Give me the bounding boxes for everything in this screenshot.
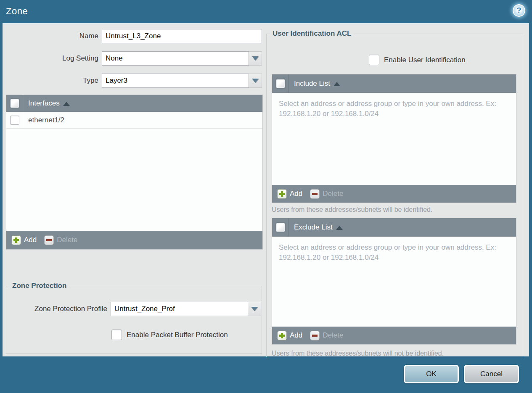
enable-user-identification-checkbox[interactable] [369, 55, 379, 65]
include-select-all-checkbox[interactable] [276, 79, 285, 88]
header-checkbox-cell [272, 218, 289, 237]
include-list-caption: Users from these addresses/subnets will … [272, 206, 432, 214]
plus-icon [277, 331, 287, 340]
zone-protection-group: Zone Protection Zone Protection Profile … [6, 282, 262, 354]
include-list-toolbar: Add Delete [272, 185, 516, 203]
type-input[interactable] [102, 74, 249, 88]
header-checkbox-cell [272, 74, 289, 93]
add-button[interactable]: Add [277, 331, 302, 340]
cancel-button[interactable]: Cancel [464, 365, 519, 383]
chevron-down-icon [251, 307, 258, 311]
user-identification-acl-group: User Identification ACL Enable User Iden… [266, 29, 523, 357]
delete-button[interactable]: Delete [310, 331, 343, 340]
log-setting-input[interactable] [102, 51, 249, 66]
sort-ascending-icon [333, 82, 340, 86]
add-button[interactable]: Add [11, 235, 37, 245]
log-setting-combo [102, 51, 262, 66]
delete-label: Delete [57, 236, 77, 244]
sort-ascending-icon [63, 102, 70, 106]
include-list-header: Include List [272, 74, 516, 93]
zone-protection-profile-dropdown-button[interactable] [248, 302, 261, 316]
plus-icon [11, 235, 21, 245]
interfaces-column-header[interactable]: Interfaces [28, 99, 70, 108]
add-button[interactable]: Add [277, 189, 302, 199]
name-input[interactable] [102, 29, 262, 43]
packet-buffer-protection-label: Enable Packet Buffer Protection [127, 331, 228, 339]
enable-user-identification-label: Enable User Identification [384, 56, 466, 64]
exclude-list-header: Exclude List [272, 218, 516, 237]
sort-ascending-icon [336, 226, 343, 230]
type-label: Type [3, 74, 98, 88]
minus-icon [310, 331, 320, 340]
interfaces-table-empty-area [6, 129, 262, 231]
add-label: Add [24, 236, 37, 244]
chevron-down-icon [252, 79, 259, 83]
exclude-select-all-checkbox[interactable] [276, 223, 285, 232]
enable-user-identification-row: Enable User Identification [369, 55, 466, 65]
minus-icon [44, 235, 54, 245]
include-list-table: Include List Select an address or addres… [272, 74, 516, 203]
delete-label: Delete [323, 190, 343, 198]
packet-buffer-protection-row: Enable Packet Buffer Protection [111, 330, 228, 340]
exclude-list-toolbar: Add Delete [272, 327, 516, 344]
include-list-placeholder: Select an address or address group or ty… [272, 93, 516, 125]
dialog-body: Name Log Setting Type Interfaces [3, 23, 529, 356]
interfaces-column-label: Interfaces [28, 99, 60, 108]
include-list-column-header[interactable]: Include List [294, 79, 340, 88]
zone-dialog: Zone ? Name Log Setting Type [0, 0, 532, 393]
table-row[interactable]: ethernet1/2 [6, 112, 262, 129]
type-combo [102, 74, 262, 88]
include-list-label: Include List [294, 79, 330, 88]
delete-button[interactable]: Delete [310, 189, 343, 199]
type-dropdown-button[interactable] [249, 74, 262, 88]
header-checkbox-cell [6, 95, 23, 112]
zone-protection-legend: Zone Protection [10, 282, 69, 290]
interfaces-toolbar: Add Delete [6, 231, 262, 249]
zone-protection-profile-label: Zone Protection Profile [14, 302, 107, 316]
help-icon[interactable]: ? [513, 4, 525, 17]
exclude-list-column-header[interactable]: Exclude List [294, 223, 343, 232]
zone-protection-profile-combo [111, 302, 261, 316]
row-checkbox[interactable] [10, 116, 19, 125]
interfaces-select-all-checkbox[interactable] [10, 99, 19, 108]
zone-protection-profile-input[interactable] [111, 302, 248, 316]
interface-name-cell: ethernet1/2 [28, 116, 64, 124]
exclude-list-caption: Users from these addresses/subnets will … [272, 350, 444, 357]
interfaces-table-header: Interfaces [6, 95, 262, 112]
help-glyph: ? [517, 6, 521, 15]
enable-packet-buffer-protection-checkbox[interactable] [111, 330, 122, 340]
include-list-body: Select an address or address group or ty… [272, 93, 516, 185]
exclude-list-table: Exclude List Select an address or addres… [272, 218, 516, 345]
exclude-list-placeholder: Select an address or address group or ty… [272, 237, 516, 269]
exclude-list-body: Select an address or address group or ty… [272, 237, 516, 327]
minus-icon [310, 189, 320, 199]
user-identification-acl-legend: User Identification ACL [270, 29, 354, 38]
row-checkbox-cell [6, 112, 23, 128]
plus-icon [277, 189, 287, 199]
add-label: Add [290, 331, 302, 340]
interfaces-table: Interfaces ethernet1/2 Add Delete [6, 95, 263, 250]
delete-label: Delete [323, 331, 343, 340]
dialog-title: Zone [6, 6, 28, 17]
chevron-down-icon [252, 56, 259, 61]
add-label: Add [290, 190, 302, 198]
delete-button[interactable]: Delete [44, 235, 77, 245]
name-label: Name [3, 29, 98, 43]
ok-button[interactable]: OK [404, 365, 459, 383]
exclude-list-label: Exclude List [294, 223, 333, 232]
log-setting-label: Log Setting [3, 51, 98, 66]
log-setting-dropdown-button[interactable] [249, 51, 262, 66]
dialog-titlebar: Zone ? [0, 0, 532, 23]
